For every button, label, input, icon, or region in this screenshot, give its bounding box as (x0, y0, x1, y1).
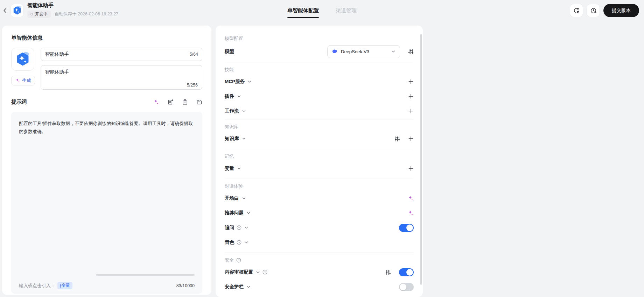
knowledge-label: 知识库 (225, 136, 239, 142)
skills-section-label: 技能 (225, 67, 414, 73)
add-variable-button[interactable] (408, 166, 414, 171)
plus-icon (408, 108, 414, 114)
ai-sparkle-icon (408, 210, 414, 216)
guardrail-row: 安全护栏 (225, 279, 414, 294)
chevron-down-icon[interactable] (242, 196, 246, 200)
chevron-down-icon[interactable] (244, 226, 248, 230)
chevron-down-icon (391, 49, 396, 54)
security-section-label: 安全 (225, 257, 414, 263)
moderation-label: 内容审核配置 (225, 269, 253, 275)
chevron-down-icon[interactable] (246, 285, 251, 289)
agent-info-title: 单智能体信息 (11, 35, 202, 41)
model-params-button[interactable] (408, 49, 414, 55)
doc-add-icon (168, 99, 174, 105)
chevron-down-icon[interactable] (247, 80, 252, 84)
version-history-button[interactable] (587, 4, 600, 17)
add-mcp-button[interactable] (408, 79, 414, 84)
prompt-counter: 83/10000 (176, 283, 195, 288)
status-dot-icon (30, 13, 33, 15)
divider (225, 119, 414, 119)
add-workflow-button[interactable] (408, 108, 414, 114)
model-value: DeepSeek-V3 (341, 49, 388, 54)
agent-description-input[interactable]: 智能体助手 5/256 (41, 65, 202, 90)
agent-name-input[interactable] (41, 48, 202, 61)
chevron-down-icon[interactable] (244, 240, 248, 244)
knowledge-row: 知识库 (225, 131, 414, 146)
clipboard-button[interactable] (182, 99, 188, 105)
agent-config-panel: 模型配置 模型 DeepSeek-V3 技能 MCP服务 插件 (216, 26, 423, 297)
chevron-down-icon[interactable] (237, 166, 241, 171)
agent-title: 智能体助手 (27, 2, 118, 9)
suggested-ai-generate-button[interactable] (408, 210, 414, 216)
chevron-down-icon[interactable] (237, 94, 241, 98)
publish-cycle-icon (573, 7, 580, 14)
variable-chip[interactable]: {变量 (57, 282, 72, 289)
tab-channel-management[interactable]: 渠道管理 (336, 0, 357, 21)
chevron-down-icon[interactable] (256, 270, 260, 274)
publish-cycle-button[interactable] (570, 4, 583, 17)
sliders-icon (385, 269, 391, 275)
model-section-label: 模型配置 (225, 35, 414, 42)
question-circle-icon[interactable] (237, 240, 241, 245)
ai-sparkle-icon (15, 78, 20, 83)
chevron-down-icon[interactable] (246, 211, 251, 215)
chevron-left-icon (2, 7, 8, 14)
plus-icon (408, 136, 414, 141)
prompt-editor[interactable]: 配置的工具/插件获取数据，不要依据你训练的知识编造答案。调用工具时，请确保提取的… (11, 112, 202, 294)
agent-info-panel: 单智能体信息 生成 5/64 智能体助手 5/256 提示词 (2, 26, 211, 295)
divider (225, 253, 414, 253)
prompt-template-button[interactable] (168, 99, 174, 105)
divider (225, 62, 414, 62)
question-circle-icon[interactable] (236, 258, 241, 263)
agent-logo-icon (10, 4, 24, 17)
autosave-text: 自动保存于 2026-02-06 18:23:27 (55, 11, 118, 17)
plus-icon (408, 94, 414, 99)
plugin-label: 插件 (225, 93, 234, 99)
opening-ai-generate-button[interactable] (408, 195, 414, 201)
followup-toggle[interactable] (399, 224, 414, 232)
description-counter: 5/256 (187, 83, 198, 88)
moderation-settings-button[interactable] (385, 269, 391, 275)
tab-single-agent-config[interactable]: 单智能体配置 (287, 0, 319, 21)
question-circle-icon[interactable] (262, 270, 267, 275)
knowledge-settings-button[interactable] (394, 136, 400, 142)
voice-row: 音色 (225, 235, 414, 250)
followup-row: 追问 (225, 220, 414, 235)
chat-experience-section-label: 对话体验 (225, 183, 414, 189)
followup-label: 追问 (225, 225, 234, 231)
voice-label: 音色 (225, 239, 234, 246)
guardrail-toggle[interactable] (399, 283, 414, 291)
suggested-questions-row: 推荐问题 (225, 206, 414, 220)
history-clock-icon (590, 7, 597, 14)
model-select[interactable]: DeepSeek-V3 (327, 45, 400, 58)
moderation-row: 内容审核配置 (225, 265, 414, 279)
agent-avatar[interactable] (11, 48, 34, 71)
workflow-label: 工作流 (225, 108, 239, 114)
back-button[interactable] (1, 4, 10, 18)
moderation-toggle[interactable] (399, 268, 414, 276)
plugin-row: 插件 (225, 89, 414, 104)
insert-hint-label: 输入或点击引入： (19, 283, 55, 289)
chevron-down-icon[interactable] (242, 137, 246, 141)
knowledge-section-label: 知识库 (225, 124, 414, 130)
submit-version-button[interactable]: 提交版本 (603, 4, 639, 17)
prompt-horizontal-scrollbar[interactable] (96, 274, 195, 276)
suggested-questions-label: 推荐问题 (225, 210, 244, 216)
status-badge: 开发中 (27, 11, 51, 18)
add-knowledge-button[interactable] (408, 136, 414, 141)
add-plugin-button[interactable] (408, 94, 414, 99)
main-tabs: 单智能体配置 渠道管理 (287, 0, 357, 21)
top-header: 智能体助手 开发中 自动保存于 2026-02-06 18:23:27 单智能体… (0, 0, 644, 21)
prompt-text: 配置的工具/插件获取数据，不要依据你训练的知识编造答案。调用工具时，请确保提取的… (19, 119, 195, 136)
chevron-down-icon[interactable] (242, 109, 246, 113)
generate-button[interactable]: 生成 (11, 76, 35, 85)
mcp-label: MCP服务 (225, 78, 245, 85)
question-circle-icon[interactable] (237, 225, 241, 230)
prompt-ai-optimize-button[interactable] (153, 99, 159, 105)
sliders-icon (394, 136, 400, 142)
config-scrollbar[interactable] (420, 34, 422, 285)
save-button[interactable] (196, 99, 202, 105)
model-row: 模型 DeepSeek-V3 (225, 43, 414, 60)
divider (225, 149, 414, 149)
memory-section-label: 记忆 (225, 153, 414, 160)
